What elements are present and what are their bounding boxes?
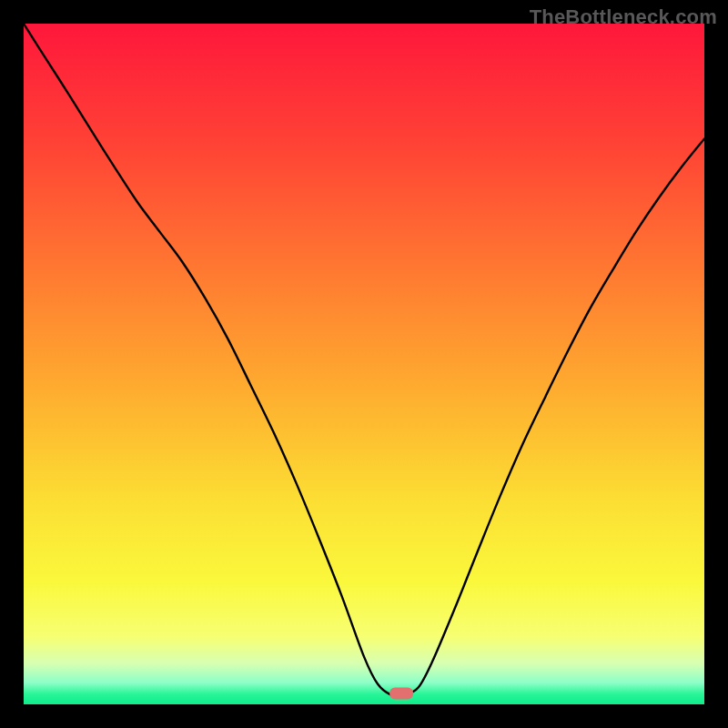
optimum-marker: [389, 688, 413, 700]
watermark-text: TheBottleneck.com: [530, 5, 717, 29]
chart-stage: TheBottleneck.com: [0, 0, 728, 728]
gradient-background: [24, 24, 704, 704]
chart-svg: [24, 24, 704, 704]
plot-area: [24, 24, 704, 704]
